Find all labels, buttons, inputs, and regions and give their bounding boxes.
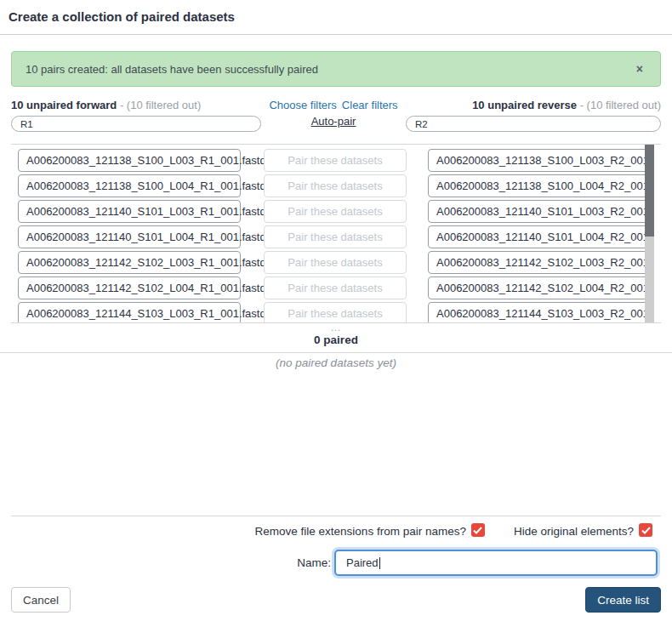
name-label: Name:	[297, 556, 331, 569]
unpaired-list: A006200083_121138_S100_L003_R1_001.fastq…	[11, 144, 661, 323]
reverse-filtered-count: - (10 filtered out)	[580, 99, 661, 111]
reverse-dataset[interactable]: A006200083_121140_S101_L004_R2_001.fastq…	[428, 225, 645, 248]
forward-dataset[interactable]: A006200083_121140_S101_L003_R1_001.fastq…	[18, 200, 241, 223]
reverse-dataset[interactable]: A006200083_121138_S100_L004_R2_001.fastq…	[428, 174, 645, 197]
remove-extensions-label: Remove file extensions from pair names?	[255, 525, 466, 538]
reverse-dataset[interactable]: A006200083_121142_S102_L003_R2_001.fastq…	[428, 251, 645, 274]
forward-count: 10 unpaired forward	[11, 99, 117, 111]
reverse-filter-input[interactable]	[406, 116, 661, 132]
forward-dataset[interactable]: A006200083_121142_S102_L003_R1_001.fastq…	[18, 251, 241, 274]
page-title: Create a collection of paired datasets	[9, 9, 663, 24]
forward-dataset[interactable]: A006200083_121144_S103_L003_R1_001.fastq…	[18, 302, 241, 323]
options-divider	[11, 516, 661, 516]
reverse-dataset[interactable]: A006200083_121142_S102_L004_R2_001.fastq…	[428, 276, 645, 299]
scrollbar-thumb[interactable]	[645, 145, 654, 237]
hide-original-label: Hide original elements?	[514, 525, 634, 538]
hide-original-option: Hide original elements?	[514, 523, 652, 539]
pair-button[interactable]: Pair these datasets	[264, 302, 407, 323]
filter-links: Choose filtersClear filters Auto-pair	[261, 99, 406, 132]
list-ellipsis: ...	[0, 325, 672, 331]
options-row: Remove file extensions from pair names? …	[0, 523, 652, 539]
forward-filter-input[interactable]	[11, 116, 261, 132]
paired-empty-message: (no paired datasets yet)	[0, 356, 672, 369]
check-icon	[473, 527, 482, 534]
pair-button[interactable]: Pair these datasets	[264, 200, 407, 223]
paired-count-header: 0 paired	[0, 333, 672, 353]
reverse-count: 10 unpaired reverse	[472, 99, 577, 111]
forward-dataset[interactable]: A006200083_121138_S100_L003_R1_001.fastq…	[18, 149, 241, 172]
modal-footer: Cancel Create list	[11, 587, 661, 613]
pair-row: A006200083_121138_S100_L004_R1_001.fastq…	[18, 174, 661, 197]
forward-dataset[interactable]: A006200083_121142_S102_L004_R1_001.fastq…	[18, 276, 241, 299]
pair-button[interactable]: Pair these datasets	[264, 174, 407, 197]
name-row: Name: Paired	[0, 550, 658, 576]
pair-row: A006200083_121144_S103_L003_R1_001.fastq…	[18, 302, 661, 323]
check-icon	[641, 527, 651, 534]
forward-dataset[interactable]: A006200083_121140_S101_L004_R1_001.fastq…	[18, 225, 241, 248]
clear-filters-link[interactable]: Clear filters	[342, 99, 398, 111]
reverse-dataset[interactable]: A006200083_121140_S101_L003_R2_001.fastq…	[428, 200, 645, 223]
pair-row: A006200083_121140_S101_L004_R1_001.fastq…	[18, 225, 661, 248]
collection-name-value: Paired	[346, 556, 379, 569]
pair-row: A006200083_121138_S100_L003_R1_001.fastq…	[18, 149, 661, 172]
pair-button[interactable]: Pair these datasets	[264, 276, 407, 299]
alert-message: 10 pairs created: all datasets have been…	[26, 63, 633, 76]
reverse-dataset[interactable]: A006200083_121144_S103_L003_R2_001.fastq…	[428, 302, 645, 323]
paired-area-empty	[0, 369, 672, 516]
pair-button[interactable]: Pair these datasets	[264, 225, 407, 248]
reverse-column-header: 10 unpaired reverse - (10 filtered out)	[406, 99, 661, 132]
choose-filters-link[interactable]: Choose filters	[269, 99, 336, 111]
reverse-count-label: 10 unpaired reverse - (10 filtered out)	[406, 99, 661, 112]
forward-dataset[interactable]: A006200083_121138_S100_L004_R1_001.fastq…	[18, 174, 241, 197]
remove-extensions-option: Remove file extensions from pair names?	[255, 523, 485, 539]
pair-row: A006200083_121142_S102_L003_R1_001.fastq…	[18, 251, 661, 274]
modal-header: Create a collection of paired datasets	[0, 0, 672, 35]
collection-name-input[interactable]: Paired	[334, 550, 658, 576]
remove-extensions-checkbox[interactable]	[471, 523, 485, 537]
text-caret	[379, 557, 380, 569]
forward-filtered-count: - (10 filtered out)	[120, 99, 201, 111]
close-icon[interactable]: ×	[633, 61, 646, 77]
forward-column-header: 10 unpaired forward - (10 filtered out)	[11, 99, 261, 132]
pair-row: A006200083_121140_S101_L003_R1_001.fastq…	[18, 200, 661, 223]
pair-button[interactable]: Pair these datasets	[264, 149, 407, 172]
cancel-button[interactable]: Cancel	[11, 587, 71, 613]
pair-row: A006200083_121142_S102_L004_R1_001.fastq…	[18, 276, 661, 299]
forward-count-label: 10 unpaired forward - (10 filtered out)	[11, 99, 261, 112]
pair-button[interactable]: Pair these datasets	[264, 251, 407, 274]
scrollbar-track[interactable]	[645, 145, 654, 322]
success-alert: 10 pairs created: all datasets have been…	[11, 51, 661, 87]
auto-pair-link[interactable]: Auto-pair	[311, 115, 356, 128]
create-list-button[interactable]: Create list	[585, 587, 661, 613]
reverse-dataset[interactable]: A006200083_121138_S100_L003_R2_001.fastq…	[428, 149, 645, 172]
hide-original-checkbox[interactable]	[639, 523, 652, 537]
filter-header: 10 unpaired forward - (10 filtered out) …	[11, 99, 661, 132]
